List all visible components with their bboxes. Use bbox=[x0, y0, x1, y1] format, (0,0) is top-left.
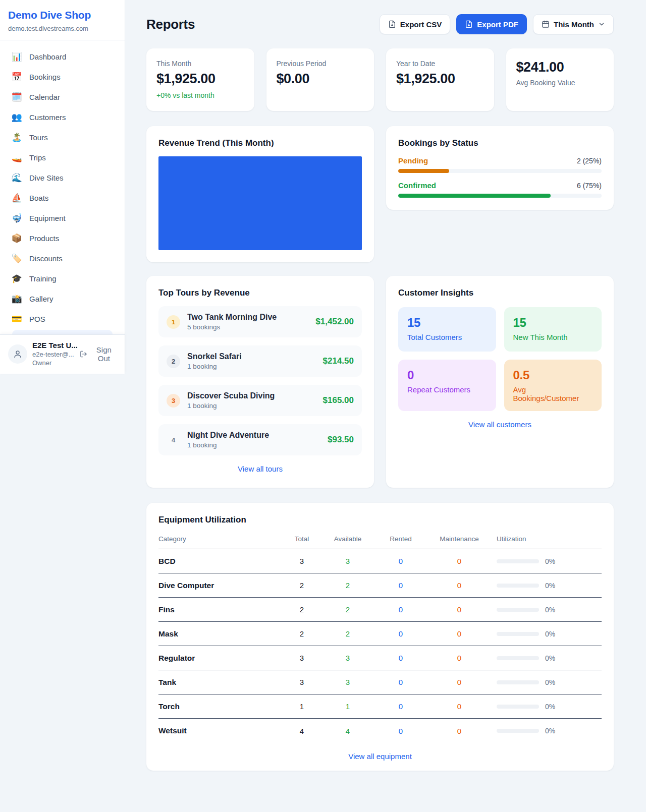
sidebar-item-trips[interactable]: 🚤 Trips bbox=[6, 148, 119, 167]
cell-rented: 0 bbox=[375, 605, 426, 614]
export-pdf-label: Export PDF bbox=[477, 20, 518, 29]
column-header-total: Total bbox=[284, 535, 320, 543]
cell-maintenance: 0 bbox=[426, 581, 493, 590]
sidebar-item-customers[interactable]: 👥 Customers bbox=[6, 108, 119, 127]
sidebar-item-gallery[interactable]: 📸 Gallery bbox=[6, 289, 119, 308]
sidebar-user-section: E2E Test U... e2e-tester@... Owner Sign … bbox=[0, 334, 125, 374]
cell-total: 2 bbox=[284, 605, 320, 614]
user-name: E2E Test U... bbox=[32, 341, 75, 350]
view-all-tours-link[interactable]: View all tours bbox=[158, 465, 362, 473]
tour-bookings: 5 bookings bbox=[187, 323, 277, 331]
cell-category: BCD bbox=[158, 557, 284, 566]
utilization-percent: 0% bbox=[545, 678, 555, 686]
sidebar-item-label: Equipment bbox=[29, 214, 66, 222]
cell-total: 4 bbox=[284, 727, 320, 735]
sidebar-item-calendar[interactable]: 🗓️ Calendar bbox=[6, 88, 119, 106]
insight-label: Repeat Customers bbox=[407, 385, 487, 394]
export-csv-button[interactable]: Export CSV bbox=[380, 14, 451, 34]
calendar-date-icon: 📅 bbox=[11, 73, 22, 81]
insight-value: 0.5 bbox=[513, 368, 593, 382]
utilization-percent: 0% bbox=[545, 727, 555, 735]
cell-total: 3 bbox=[284, 678, 320, 686]
cell-maintenance: 0 bbox=[426, 678, 493, 686]
sign-out-button[interactable]: Sign Out bbox=[80, 345, 118, 363]
cell-rented: 0 bbox=[375, 629, 426, 638]
tour-name: Snorkel Safari bbox=[187, 352, 242, 361]
cell-category: Mask bbox=[158, 629, 284, 639]
cell-rented: 0 bbox=[375, 702, 426, 711]
table-row: Regulator 3 3 0 0 0% bbox=[158, 646, 602, 670]
sidebar-item-label: Training bbox=[29, 274, 57, 283]
stat-label: Previous Period bbox=[277, 60, 364, 68]
sidebar-nav: 📊 Dashboard 📅 Bookings 🗓️ Calendar 👥 Cus… bbox=[0, 40, 125, 334]
cell-rented: 0 bbox=[375, 581, 426, 590]
sidebar-item-tours[interactable]: 🏝️ Tours bbox=[6, 128, 119, 147]
table-header: Category Total Available Rented Maintena… bbox=[158, 535, 602, 549]
status-bar-fill-1 bbox=[398, 194, 551, 198]
column-header-maintenance: Maintenance bbox=[426, 535, 493, 543]
sidebar-item-label: Products bbox=[29, 234, 59, 243]
sidebar-item-label: Discounts bbox=[29, 254, 63, 263]
table-row: Wetsuit 4 4 0 0 0% bbox=[158, 719, 602, 743]
tour-revenue: $165.00 bbox=[323, 395, 354, 405]
file-download-icon bbox=[388, 20, 396, 28]
dive-mask-icon: 🤿 bbox=[11, 214, 22, 222]
avatar bbox=[8, 344, 27, 364]
stat-label: This Month bbox=[156, 60, 244, 68]
cell-utilization: 0% bbox=[493, 678, 602, 686]
stat-label: Year to Date bbox=[396, 60, 484, 68]
tag-icon: 🏷️ bbox=[11, 254, 22, 263]
cell-available: 2 bbox=[320, 605, 375, 614]
insight-grid: 15 Total Customers 15 New This Month 0 R… bbox=[398, 307, 602, 411]
cell-total: 2 bbox=[284, 629, 320, 638]
sidebar-item-training[interactable]: 🎓 Training bbox=[6, 269, 119, 288]
tour-name: Night Dive Adventure bbox=[187, 431, 269, 440]
sidebar-item-equipment[interactable]: 🤿 Equipment bbox=[6, 209, 119, 227]
revenue-trend-title: Revenue Trend (This Month) bbox=[158, 138, 362, 148]
top-tours-title: Top Tours by Revenue bbox=[158, 288, 362, 298]
stat-value: $241.00 bbox=[516, 60, 604, 75]
sidebar-item-label: Trips bbox=[29, 153, 46, 162]
view-all-equipment-link[interactable]: View all equipment bbox=[158, 752, 602, 761]
sidebar-item-products[interactable]: 📦 Products bbox=[6, 229, 119, 248]
status-row-pending: Pending 2 (25%) bbox=[398, 156, 602, 173]
status-bar-fill-0 bbox=[398, 169, 449, 173]
stat-card-previous-period: Previous Period $0.00 bbox=[266, 48, 374, 111]
equipment-table: Category Total Available Rented Maintena… bbox=[158, 535, 602, 743]
cell-utilization: 0% bbox=[493, 727, 602, 735]
rank-badge: 1 bbox=[167, 315, 180, 329]
status-label-1: Confirmed bbox=[398, 181, 436, 190]
cell-available: 2 bbox=[320, 629, 375, 638]
graduation-cap-icon: 🎓 bbox=[11, 274, 22, 283]
sign-out-label: Sign Out bbox=[90, 345, 118, 363]
table-row: Fins 2 2 0 0 0% bbox=[158, 598, 602, 622]
sidebar-item-dive-sites[interactable]: 🌊 Dive Sites bbox=[6, 168, 119, 187]
sidebar-item-label: POS bbox=[29, 315, 45, 323]
cell-maintenance: 0 bbox=[426, 702, 493, 711]
cell-utilization: 0% bbox=[493, 582, 602, 590]
sidebar-item-bookings[interactable]: 📅 Bookings bbox=[6, 68, 119, 86]
sidebar-item-reports-partial[interactable] bbox=[12, 330, 113, 334]
view-all-customers-link[interactable]: View all customers bbox=[398, 420, 602, 429]
calendar-icon bbox=[542, 20, 550, 28]
sidebar-item-dashboard[interactable]: 📊 Dashboard bbox=[6, 47, 119, 66]
period-selector[interactable]: This Month bbox=[533, 14, 614, 34]
sidebar-item-label: Customers bbox=[29, 113, 66, 122]
utilization-percent: 0% bbox=[545, 582, 555, 590]
column-header-available: Available bbox=[320, 535, 375, 543]
sidebar-item-discounts[interactable]: 🏷️ Discounts bbox=[6, 249, 119, 268]
period-label: This Month bbox=[554, 20, 594, 29]
tour-revenue: $93.50 bbox=[328, 435, 354, 445]
sidebar-item-pos[interactable]: 💳 POS bbox=[6, 310, 119, 328]
rank-badge: 3 bbox=[167, 394, 180, 408]
cell-available: 4 bbox=[320, 727, 375, 735]
export-pdf-button[interactable]: Export PDF bbox=[456, 14, 527, 34]
cell-category: Tank bbox=[158, 678, 284, 687]
sidebar-item-boats[interactable]: ⛵ Boats bbox=[6, 189, 119, 207]
users-icon: 👥 bbox=[11, 113, 22, 122]
tour-bookings: 1 booking bbox=[187, 363, 242, 370]
revenue-trend-bar bbox=[158, 156, 362, 250]
column-header-utilization: Utilization bbox=[493, 535, 602, 543]
utilization-bar bbox=[497, 680, 539, 684]
stat-label: Avg Booking Value bbox=[516, 79, 604, 87]
